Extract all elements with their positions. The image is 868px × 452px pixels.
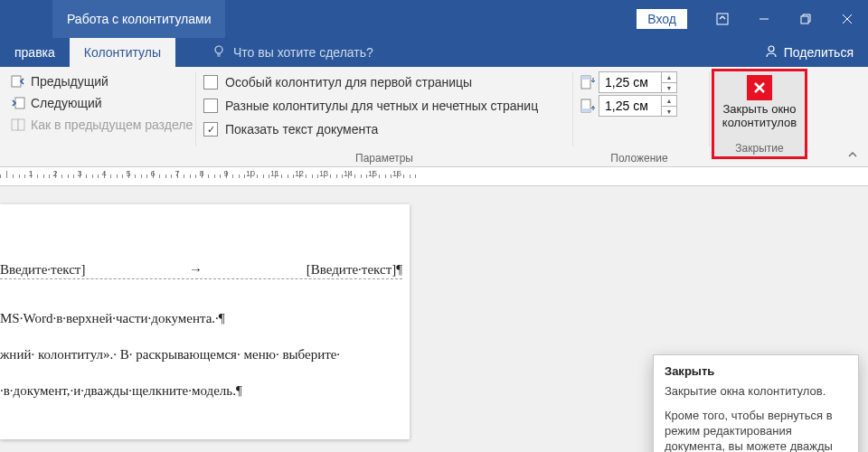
tell-me-search[interactable]: Что вы хотите сделать? [212,38,373,67]
lightbulb-icon [212,44,226,61]
contextual-tab-header-footer: Работа с колонтитулами [52,0,225,38]
body-line: жний· колонтитул».· В· раскрывающемся· м… [0,345,402,363]
collapse-ribbon-button[interactable] [846,148,859,161]
svg-rect-9 [12,119,18,130]
close-x-icon [747,75,772,100]
ruler-number: 3 [77,169,81,178]
ruler-number: 8 [199,169,203,178]
share-label: Поделиться [784,45,854,60]
ruler-number: 7 [175,169,179,178]
next-section-button[interactable]: Следующий [7,92,188,114]
document-header[interactable]: Введите·текст] → [Введите·текст]¶ [0,262,402,279]
close-label-line1: Закрыть окно [722,102,797,116]
tab-header-footer[interactable]: Колонтитулы [70,38,175,67]
previous-label: Предыдущий [31,74,108,89]
next-label: Следующий [31,96,102,110]
link-label: Как в предыдущем разделе [31,118,193,132]
minimize-icon [758,13,770,25]
checkbox-box [203,75,218,89]
body-line: ·в·документ,·и·дважды·щелкните·модель.¶ [0,381,402,400]
svg-rect-8 [15,98,24,108]
spin-up[interactable]: ▲ [662,96,676,107]
spin-up[interactable]: ▲ [662,72,676,83]
group-navigation: Предыдущий Следующий Как в предыдущем ра… [0,67,195,166]
header-field-left[interactable]: Введите·текст] [0,262,85,278]
close-header-footer-button[interactable]: Закрыть окно колонтитулов [714,71,805,140]
header-tab-arrow: → [85,262,306,278]
share-button[interactable]: Поделиться [764,38,854,67]
ruler-number: 9 [223,169,228,178]
header-from-top-icon [580,75,595,89]
next-icon [11,96,25,110]
svg-rect-14 [581,108,590,112]
group-close: Закрыть окно колонтитулов Закрытие [710,67,809,166]
checkbox-label: Особый колонтитул для первой страницы [225,75,472,89]
svg-rect-10 [18,119,24,130]
checkbox-box [203,99,218,113]
ruler-number: 11 [270,169,279,178]
tell-me-placeholder: Что вы хотите сделать? [233,45,373,60]
ruler-number: 14 [344,169,353,178]
footer-from-bottom-input[interactable] [599,96,661,116]
tooltip-paragraph: Закрытие окна колонтитулов. [665,383,847,399]
body-line: MS·Word·в·верхней·части·документа.·¶ [0,309,402,327]
maximize-icon [799,13,812,25]
different-first-page-checkbox[interactable]: Особый колонтитул для первой страницы [203,71,565,94]
close-label-line2: колонтитулов [722,116,797,129]
checkbox-box-checked: ✓ [203,122,218,137]
horizontal-ruler[interactable]: 112345678910111213141516 [0,167,868,186]
footer-from-bottom-field[interactable]: ▲▼ [599,95,677,117]
ruler-number: 6 [150,169,155,178]
contextual-tab-label: Работа с колонтитулами [67,12,211,26]
document-body: MS·Word·в·верхней·части·документа.·¶ жни… [0,291,402,439]
ruler-number: 16 [392,169,401,178]
ruler-number: 15 [368,169,377,178]
header-from-top-field[interactable]: ▲▼ [599,71,677,93]
spin-down[interactable]: ▼ [662,107,676,117]
different-odd-even-checkbox[interactable]: Разные колонтитулы для четных и нечетных… [203,94,565,118]
svg-rect-7 [12,76,21,87]
tab-previous[interactable]: правка [0,38,70,67]
spin-down[interactable]: ▼ [662,83,676,93]
login-button[interactable]: Вход [637,9,687,29]
group-options-label: Параметры [203,150,565,166]
group-position: ▲▼ ▲▼ Положение [573,67,705,166]
ruler-number: 5 [126,169,130,178]
ribbon: Предыдущий Следующий Как в предыдущем ра… [0,67,868,167]
page[interactable]: Введите·текст] → [Введите·текст]¶ MS·Wor… [0,204,410,439]
ruler-number: 10 [246,169,255,178]
link-to-previous-button[interactable]: Как в предыдущем разделе [7,114,188,136]
maximize-button[interactable] [785,0,826,38]
share-icon [764,44,778,61]
close-window-button[interactable] [826,0,868,38]
document-area: Введите·текст] → [Введите·текст]¶ MS·Wor… [0,186,868,452]
header-field-right[interactable]: [Введите·текст]¶ [307,262,402,278]
footer-from-bottom-icon [580,99,595,113]
show-document-text-checkbox[interactable]: ✓ Показать текст документа [203,118,565,141]
close-highlight-box: Закрыть окно колонтитулов Закрытие [712,69,807,159]
group-position-label: Положение [580,150,698,166]
group-options: Особый колонтитул для первой страницы Ра… [196,67,572,166]
checkbox-label: Разные колонтитулы для четных и нечетных… [225,99,538,113]
titlebar: Работа с колонтитулами Вход [0,0,868,38]
close-icon [841,13,854,25]
group-close-label: Закрытие [714,140,805,156]
tooltip-paragraph: Кроме того, чтобы вернуться в режим реда… [665,408,847,452]
ruler-number: 1 [28,169,33,178]
previous-section-button[interactable]: Предыдущий [7,71,188,92]
header-from-top-input[interactable] [599,72,661,92]
previous-icon [11,74,25,89]
ribbon-display-options-button[interactable] [702,0,743,38]
ruler-number: 13 [319,169,328,178]
ruler-number: 4 [101,169,106,178]
link-icon [11,118,25,132]
ruler-number: 2 [52,169,57,178]
svg-point-5 [215,46,222,53]
minimize-button[interactable] [743,0,785,38]
svg-rect-12 [581,76,590,80]
tooltip-title: Закрыть [665,364,847,378]
ruler-number: 12 [295,169,304,178]
ribbon-display-icon [716,13,729,25]
tooltip-close-header-footer: Закрыть Закрытие окна колонтитулов. Кром… [653,354,859,452]
checkbox-label: Показать текст документа [225,122,378,137]
